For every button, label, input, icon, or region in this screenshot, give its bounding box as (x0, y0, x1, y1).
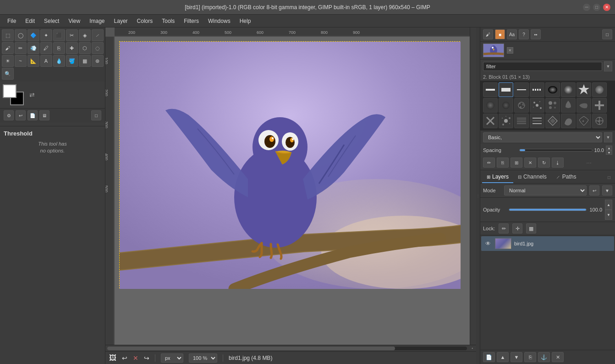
tool-free-select[interactable]: 🔷 (27, 29, 39, 41)
brush-cell-24[interactable]: + (592, 114, 607, 128)
menu-colors[interactable]: Colors (133, 16, 157, 26)
opacity-decrement[interactable]: ▼ (605, 210, 612, 220)
brush-cell-3[interactable] (514, 82, 529, 97)
layer-lower-btn[interactable]: ▼ (511, 352, 522, 362)
zoom-select[interactable]: 100 % 50 % 200 % (189, 353, 217, 363)
brush-cell-15[interactable] (577, 98, 591, 113)
brush-cell-7[interactable] (577, 82, 591, 97)
brush-cell-18[interactable] (499, 114, 513, 128)
undo-history-tab[interactable]: ↩ (16, 110, 26, 120)
panel-maximize[interactable]: □ (91, 110, 101, 120)
tab-paths[interactable]: ⟋ Paths (551, 171, 581, 183)
tool-text[interactable]: A (40, 55, 52, 67)
menu-image[interactable]: Image (86, 16, 108, 26)
brush-cell-8[interactable] (592, 82, 607, 97)
brush-copy-btn[interactable]: ⊞ (511, 158, 522, 168)
tool-heal[interactable]: ✚ (66, 42, 78, 54)
brush-cell-11[interactable] (514, 98, 529, 113)
tool-blur[interactable]: ◌ (92, 42, 104, 54)
panel-tab-color[interactable]: ■ (495, 29, 505, 39)
mode-extra-btn[interactable]: ▼ (602, 185, 612, 196)
panel-tab-extra[interactable]: ▪▪ (531, 29, 541, 39)
tool-measure[interactable]: 📐 (27, 55, 39, 67)
vertical-scrollbar[interactable] (470, 27, 476, 345)
tool-paintbrush[interactable]: 🖌 (2, 42, 14, 54)
panel-collapse-handle[interactable]: ⋮ (476, 27, 480, 364)
tool-airbrush[interactable]: 💨 (27, 42, 39, 54)
preview-close-btn[interactable]: ✕ (507, 47, 513, 54)
brush-cell-21[interactable] (545, 114, 560, 128)
redo-icon[interactable]: ↪ (144, 354, 149, 362)
preset-dropdown[interactable]: ▼ (604, 132, 612, 142)
brush-delete-btn[interactable]: ✕ (524, 158, 536, 168)
mode-reset-btn[interactable]: ↩ (589, 185, 599, 196)
undo-icon[interactable]: ↩ (122, 354, 127, 362)
brush-filter-dropdown[interactable]: ▼ (604, 61, 612, 71)
tool-fuzzy-select[interactable]: ✦ (40, 29, 52, 41)
brush-cell-4[interactable] (530, 82, 544, 97)
layer-delete-btn[interactable]: ✕ (552, 352, 564, 362)
menu-layer[interactable]: Layer (110, 16, 132, 26)
spacing-slider[interactable] (519, 149, 593, 152)
tool-select-color[interactable]: ⬛ (53, 29, 65, 41)
navigation-tab[interactable]: 🖥 (39, 110, 49, 120)
lock-alpha-btn[interactable]: ▦ (526, 223, 536, 234)
layer-raise-btn[interactable]: ▲ (497, 352, 509, 362)
image-preview-thumb[interactable] (483, 43, 504, 57)
brush-cell-1[interactable] (483, 82, 498, 97)
menu-tools[interactable]: Tools (158, 16, 178, 26)
brush-import-btn[interactable]: ⭳ (552, 158, 564, 168)
horizontal-scrollbar[interactable]: ▪ (105, 345, 476, 351)
tool-blend[interactable]: ▦ (79, 55, 91, 67)
tool-foreground-select[interactable]: ◈ (79, 29, 91, 41)
unit-select[interactable]: px mm in (161, 353, 183, 363)
panel-tab-font[interactable]: Aa (507, 29, 517, 39)
maximize-button[interactable]: □ (593, 4, 600, 11)
close-button[interactable]: ✕ (603, 4, 610, 11)
brush-cell-19[interactable] (514, 114, 529, 128)
brush-cell-2[interactable] (499, 82, 513, 97)
tool-warp-transform[interactable]: ⊛ (92, 55, 104, 67)
brush-refresh-btn[interactable]: ↻ (538, 158, 550, 168)
tool-color-picker[interactable]: 💧 (53, 55, 65, 67)
spacing-decrement[interactable]: ▼ (606, 150, 612, 155)
opacity-increment[interactable]: ▲ (605, 200, 612, 210)
scroll-corner[interactable]: ▪ (469, 345, 476, 352)
tool-rect-select[interactable]: ⬚ (2, 29, 14, 41)
tool-magnify[interactable]: 🔍 (2, 68, 14, 80)
menu-select[interactable]: Select (40, 16, 63, 26)
brush-cell-22[interactable] (561, 114, 576, 128)
layer-anchor-btn[interactable]: ⚓ (538, 352, 550, 362)
tool-dodge[interactable]: ☀ (2, 55, 14, 67)
menu-filters[interactable]: Filters (180, 16, 203, 26)
brush-cell-12[interactable] (530, 98, 544, 113)
tab-layers[interactable]: ⊞ Layers (482, 171, 513, 183)
mode-select[interactable]: Normal Multiply Screen Overlay (504, 185, 587, 196)
tool-pencil[interactable]: ✏ (15, 42, 27, 54)
delete-icon[interactable]: ✕ (133, 354, 138, 362)
tool-options-tab[interactable]: ⚙ (4, 110, 14, 120)
panel-tab-tool[interactable]: 🖌 (483, 29, 493, 39)
tab-channels[interactable]: ⊟ Channels (513, 171, 551, 183)
panel-maximize-btn[interactable]: □ (602, 29, 612, 39)
new-image-icon[interactable]: 🖼 (109, 354, 116, 362)
menu-windows[interactable]: Windows (204, 16, 234, 26)
minimize-button[interactable]: ─ (583, 4, 590, 11)
brush-cell-9[interactable] (483, 98, 498, 113)
canvas-container[interactable] (115, 37, 476, 351)
menu-edit[interactable]: Edit (22, 16, 38, 26)
tool-perspective-clone[interactable]: ⬡ (79, 42, 91, 54)
swap-colors-icon[interactable]: ⇄ (29, 91, 35, 98)
brush-cell-6[interactable] (561, 82, 576, 97)
brush-cell-10[interactable] (499, 98, 513, 113)
layer-visibility-toggle[interactable]: 👁 (484, 239, 492, 248)
opacity-slider[interactable] (509, 208, 587, 211)
brush-cell-17[interactable] (483, 114, 498, 128)
tool-bucket-fill[interactable]: 🪣 (66, 55, 78, 67)
tool-smudge[interactable]: ~ (15, 55, 27, 67)
brush-cell-23[interactable]: + (577, 114, 591, 128)
menu-file[interactable]: File (4, 16, 20, 26)
brush-cell-13[interactable] (545, 98, 560, 113)
spacing-increment[interactable]: ▲ (606, 146, 612, 150)
brush-duplicate-btn[interactable]: ⎘ (497, 158, 509, 168)
